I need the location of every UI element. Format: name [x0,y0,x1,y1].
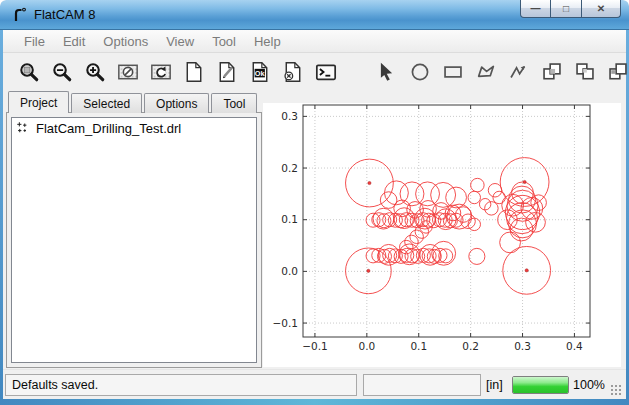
shell-icon [315,61,337,83]
drill-object-icon [16,121,31,136]
tab-options[interactable]: Options [144,93,209,113]
svg-text:0.3: 0.3 [514,340,531,352]
status-secondary-field [363,374,481,396]
status-bar: Defaults saved. [in] 100% [3,369,626,399]
open-project-button[interactable] [212,58,242,86]
menu-item-options[interactable]: Options [94,31,157,52]
progress-fill [513,377,568,393]
menu-item-view[interactable]: View [157,31,203,52]
tab-selected[interactable]: Selected [71,93,142,113]
select-button[interactable] [372,58,402,86]
save-project-button[interactable]: Ok [245,58,275,86]
menu-item-edit[interactable]: Edit [54,31,94,52]
clear-plot-icon [117,61,139,83]
svg-text:0.3: 0.3 [281,110,298,122]
menu-item-tool[interactable]: Tool [203,31,245,52]
replot-button[interactable] [146,58,176,86]
zoom-fit-button[interactable] [14,58,44,86]
union-button[interactable] [537,58,567,86]
progress-bar [512,376,569,394]
draw-polygon-button[interactable] [471,58,501,86]
tree-item[interactable]: FlatCam_Drilling_Test.drl [12,118,256,136]
window-title: FlatCAM 8 [34,7,95,22]
maximize-button[interactable]: □ [551,0,582,18]
zoom-out-icon [51,61,73,83]
titlebar[interactable]: FlatCAM 8 —□✕ [0,0,629,30]
units-indicator: [in] [486,378,503,392]
save-project-icon: Ok [249,61,271,83]
svg-text:0.0: 0.0 [358,340,375,352]
subtract-button[interactable] [603,58,629,86]
tab-tool[interactable]: Tool [211,93,257,113]
save-project-as-icon [282,61,304,83]
resize-grip[interactable] [610,384,622,396]
draw-polygon-icon [475,61,497,83]
svg-text:Ok: Ok [255,68,266,77]
flatcam-logo-icon [11,6,29,24]
open-project-icon [216,61,238,83]
svg-text:0.2: 0.2 [281,162,298,174]
project-panel: FlatCam_Drilling_Test.drl [6,112,262,368]
tab-project[interactable]: Project [8,91,69,113]
save-project-as-button[interactable] [278,58,308,86]
svg-text:−0.1: −0.1 [273,317,299,329]
zoom-out-button[interactable] [47,58,77,86]
draw-rectangle-button[interactable] [438,58,468,86]
svg-text:−0.1: −0.1 [302,340,328,352]
intersection-button[interactable] [570,58,600,86]
minimize-button[interactable]: — [520,0,551,18]
draw-rectangle-icon [442,61,464,83]
select-icon [376,61,398,83]
menu-item-help[interactable]: Help [245,31,290,52]
status-message: Defaults saved. [5,374,357,396]
draw-circle-button[interactable] [405,58,435,86]
zoom-in-button[interactable] [80,58,110,86]
zoom-fit-icon [18,61,40,83]
draw-polyline-icon [508,61,530,83]
draw-polyline-button[interactable] [504,58,534,86]
tree-item-label: FlatCam_Drilling_Test.drl [36,121,181,136]
svg-text:0.2: 0.2 [462,340,479,352]
plot-svg: −0.10.00.10.20.30.4−0.10.00.10.20.3 [263,103,621,367]
menu-bar: FileEditOptionsViewToolHelp [3,30,626,53]
replot-icon [150,61,172,83]
svg-text:0.1: 0.1 [281,213,298,225]
new-project-icon [183,61,205,83]
svg-text:0.1: 0.1 [410,340,427,352]
close-button[interactable]: ✕ [582,0,621,18]
project-tree[interactable]: FlatCam_Drilling_Test.drl [11,117,257,363]
zoom-in-icon [84,61,106,83]
client-area: FileEditOptionsViewToolHelp Ok ProjectSe… [3,30,626,399]
window-controls: —□✕ [520,0,621,18]
draw-circle-icon [409,61,431,83]
svg-text:0.0: 0.0 [281,265,298,277]
subtract-icon [607,61,629,83]
plot-canvas[interactable]: −0.10.00.10.20.30.4−0.10.00.10.20.3 [263,103,621,367]
intersection-icon [574,61,596,83]
shell-button[interactable] [311,58,341,86]
toolbar-main-group: Ok [14,58,344,86]
svg-text:0.4: 0.4 [566,340,583,352]
clear-plot-button[interactable] [113,58,143,86]
progress-percent-label: 100% [573,378,605,392]
toolbar: Ok [3,53,626,90]
app-window: FlatCAM 8 —□✕ FileEditOptionsViewToolHel… [0,0,629,405]
window-border-bottom [0,399,629,405]
toolbar-draw-group [372,58,629,86]
union-icon [541,61,563,83]
menu-item-file[interactable]: File [15,31,54,52]
new-project-button[interactable] [179,58,209,86]
tab-bar: ProjectSelectedOptionsTool [8,91,259,113]
